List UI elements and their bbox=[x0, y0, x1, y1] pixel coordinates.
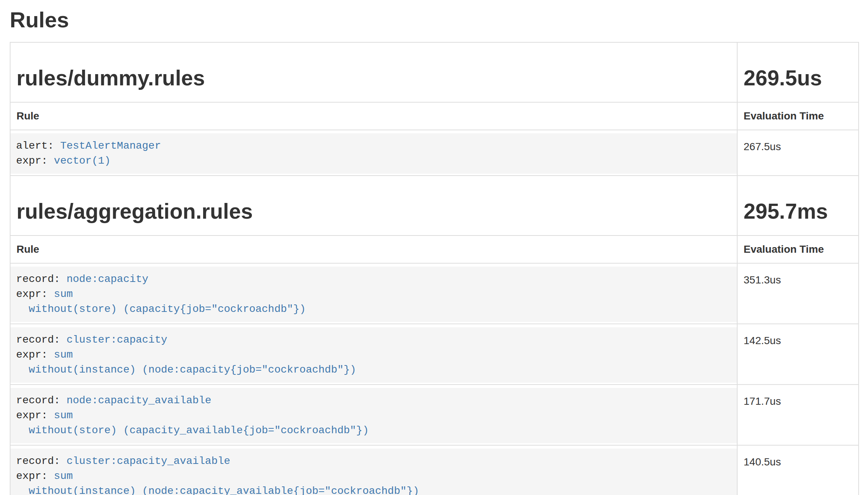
code-link[interactable]: TestAlertManager bbox=[60, 140, 161, 152]
code-key: expr: bbox=[16, 410, 54, 421]
code-link[interactable]: cluster:capacity_available bbox=[66, 455, 230, 467]
rule-row: record: node:capacity expr: sum without(… bbox=[10, 263, 859, 324]
column-header-eval-time: Evaluation Time bbox=[737, 102, 859, 130]
rule-eval-time: 351.3us bbox=[737, 263, 859, 324]
column-header-row: Rule Evaluation Time bbox=[10, 236, 859, 263]
column-header-eval-time: Evaluation Time bbox=[737, 236, 859, 263]
code-link[interactable]: vector(1) bbox=[54, 155, 111, 167]
rule-code: record: node:capacity_available expr: su… bbox=[10, 388, 737, 443]
code-link[interactable]: sum bbox=[54, 410, 73, 421]
code-key: expr: bbox=[16, 288, 54, 300]
code-key: expr: bbox=[16, 470, 54, 482]
code-link[interactable]: sum bbox=[54, 349, 73, 361]
rule-code-cell: record: node:capacity expr: sum without(… bbox=[10, 263, 737, 324]
code-key: record: bbox=[16, 334, 66, 346]
rule-eval-time: 140.5us bbox=[737, 445, 859, 495]
code-key: record: bbox=[16, 395, 66, 406]
rule-row: alert: TestAlertManager expr: vector(1) … bbox=[10, 130, 859, 176]
code-link[interactable]: node:capacity bbox=[66, 273, 148, 285]
rule-code-cell: record: cluster:capacity expr: sum witho… bbox=[10, 324, 737, 385]
rule-row: record: cluster:capacity_available expr:… bbox=[10, 445, 859, 495]
group-file-name: rules/aggregation.rules bbox=[16, 199, 731, 223]
column-header-row: Rule Evaluation Time bbox=[10, 102, 859, 130]
rule-code: record: cluster:capacity expr: sum witho… bbox=[10, 327, 737, 383]
column-header-rule: Rule bbox=[10, 236, 737, 263]
rule-code: alert: TestAlertManager expr: vector(1) bbox=[10, 133, 737, 174]
code-link[interactable]: sum bbox=[54, 288, 73, 300]
group-eval-time-cell: 295.7ms bbox=[737, 176, 859, 236]
code-key: alert: bbox=[16, 140, 60, 152]
code-link[interactable]: without(instance) (node:capacity{job="co… bbox=[16, 364, 356, 376]
group-header-row: rules/aggregation.rules 295.7ms bbox=[10, 176, 859, 236]
code-link[interactable]: sum bbox=[54, 470, 73, 482]
code-link[interactable]: without(instance) (node:capacity_availab… bbox=[16, 485, 419, 495]
rules-table: rules/dummy.rules 269.5us Rule Evaluatio… bbox=[10, 42, 859, 495]
rules-page: Rules rules/dummy.rules 269.5us Rule Eva… bbox=[10, 9, 858, 495]
rule-row: record: node:capacity_available expr: su… bbox=[10, 385, 859, 445]
rule-code-cell: alert: TestAlertManager expr: vector(1) bbox=[10, 130, 737, 176]
code-key: expr: bbox=[16, 155, 54, 167]
column-header-rule: Rule bbox=[10, 102, 737, 130]
code-link[interactable]: cluster:capacity bbox=[66, 334, 167, 346]
rule-eval-time: 267.5us bbox=[737, 130, 859, 176]
rule-code-cell: record: node:capacity_available expr: su… bbox=[10, 385, 737, 445]
code-link[interactable]: without(store) (capacity{job="cockroachd… bbox=[16, 303, 306, 315]
code-key: record: bbox=[16, 455, 66, 467]
group-file-cell: rules/dummy.rules bbox=[10, 42, 737, 102]
rule-eval-time: 171.7us bbox=[737, 385, 859, 445]
group-file-name: rules/dummy.rules bbox=[16, 66, 731, 90]
group-eval-time: 295.7ms bbox=[744, 199, 852, 223]
rule-row: record: cluster:capacity expr: sum witho… bbox=[10, 324, 859, 385]
code-link[interactable]: without(store) (capacity_available{job="… bbox=[16, 425, 369, 436]
group-header-row: rules/dummy.rules 269.5us bbox=[10, 42, 859, 102]
rule-code: record: node:capacity expr: sum without(… bbox=[10, 267, 737, 322]
group-eval-time: 269.5us bbox=[744, 66, 852, 90]
page-title: Rules bbox=[10, 9, 858, 31]
rule-code: record: cluster:capacity_available expr:… bbox=[10, 449, 737, 495]
group-eval-time-cell: 269.5us bbox=[737, 42, 859, 102]
group-file-cell: rules/aggregation.rules bbox=[10, 176, 737, 236]
code-key: record: bbox=[16, 273, 66, 285]
code-link[interactable]: node:capacity_available bbox=[66, 395, 211, 406]
rule-code-cell: record: cluster:capacity_available expr:… bbox=[10, 445, 737, 495]
rule-eval-time: 142.5us bbox=[737, 324, 859, 385]
code-key: expr: bbox=[16, 349, 54, 361]
